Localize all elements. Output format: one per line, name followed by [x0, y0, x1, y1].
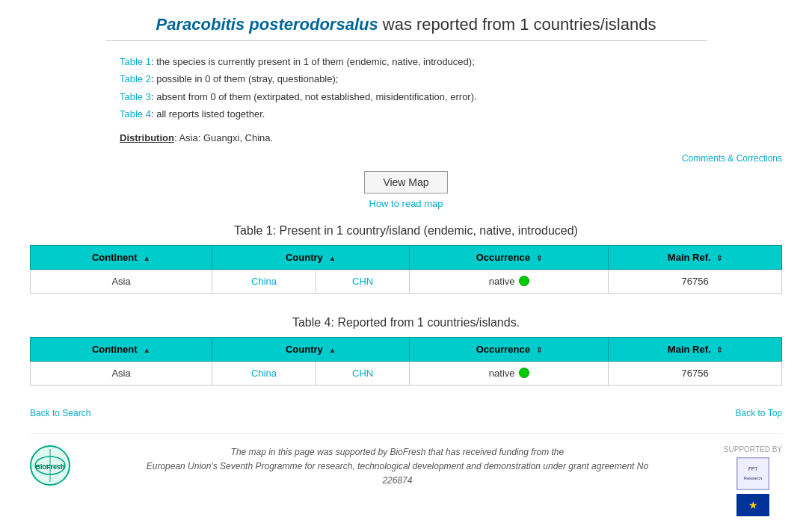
- occurrence-text: native: [489, 276, 515, 287]
- biofresh-text-block: The map in this page was supported by Bi…: [86, 445, 709, 489]
- eu-program-logo: FP7 Research: [736, 457, 769, 490]
- table1-code-link[interactable]: CHN: [352, 276, 373, 287]
- country-label: Country: [286, 252, 323, 263]
- table-link-row-3: Table 3: absent from 0 of them (extirpat…: [120, 88, 782, 105]
- distribution-line: Distribution: Asia: Guangxi, China.: [120, 132, 782, 143]
- table4-country-link[interactable]: China: [251, 368, 277, 379]
- comments-corrections-link[interactable]: Comments & Corrections: [682, 153, 782, 164]
- table4-row-1: Asia China CHN native 76756: [31, 361, 782, 385]
- table3-desc: : absent from 0 of them (extirpated, not…: [151, 91, 477, 102]
- supported-by-label: SUPPORTED BY: [724, 445, 782, 454]
- occurrence-text: native: [489, 368, 515, 379]
- table-links-section: Table 1: the species is currently presen…: [120, 53, 782, 123]
- table-link-row-1: Table 1: the species is currently presen…: [120, 53, 782, 70]
- page-title: Paracobitis posterodorsalus was reported…: [30, 15, 782, 34]
- table1-country-link[interactable]: China: [251, 276, 277, 287]
- map-section: View Map How to read map: [30, 171, 782, 209]
- country-sort[interactable]: ▲: [328, 346, 336, 354]
- table4: Continent ▲ Country ▲ Occurrence ⇕ Main …: [30, 337, 782, 386]
- table1-occurrence-cell: native: [410, 269, 609, 293]
- table4-occurrence-cell: native: [410, 361, 609, 385]
- table4-code-link[interactable]: CHN: [352, 368, 373, 379]
- table4-title: Table 4: Reported from 1 countries/islan…: [30, 316, 782, 329]
- table1-title: Table 1: Present in 1 country/island (en…: [30, 224, 782, 238]
- table1-row-1: Asia China CHN native 76756: [31, 269, 782, 293]
- table4-code-cell: CHN: [316, 361, 409, 385]
- table4-desc: : all reports listed together.: [151, 108, 265, 120]
- table4-col-mainref[interactable]: Main Ref. ⇕: [609, 337, 782, 361]
- table4-mainref-cell: 76756: [609, 361, 782, 385]
- svg-text:BioFresh: BioFresh: [35, 463, 64, 471]
- table4-col-country[interactable]: Country ▲: [212, 337, 410, 361]
- occurrence-sort[interactable]: ⇕: [536, 254, 542, 262]
- footer-links: Back to Search Back to Top: [30, 408, 782, 418]
- table1-col-continent[interactable]: Continent ▲: [31, 245, 212, 269]
- table1-code-cell: CHN: [316, 269, 409, 293]
- table4-col-occurrence[interactable]: Occurrence ⇕: [410, 337, 609, 361]
- continent-label: Continent: [92, 344, 138, 355]
- svg-text:Research: Research: [744, 475, 762, 480]
- table1-col-occurrence[interactable]: Occurrence ⇕: [410, 245, 609, 269]
- mainref-label: Main Ref.: [668, 344, 711, 355]
- eu-logos-section: SUPPORTED BY FP7 Research ★: [724, 445, 782, 516]
- continent-label: Continent: [92, 252, 138, 263]
- back-to-top-link[interactable]: Back to Top: [736, 408, 782, 418]
- title-divider: [105, 40, 707, 41]
- species-name: Paracobitis posterodorsalus: [156, 15, 378, 34]
- table4-country-cell: China: [212, 361, 316, 385]
- how-to-read-map-link[interactable]: How to read map: [30, 198, 782, 209]
- distribution-value: : Asia: Guangxi, China.: [174, 132, 273, 143]
- native-indicator-icon: [519, 276, 529, 286]
- table1-col-mainref[interactable]: Main Ref. ⇕: [609, 245, 782, 269]
- table3-link[interactable]: Table 3: [120, 91, 151, 102]
- country-label: Country: [286, 344, 323, 355]
- table1-desc: : the species is currently present in 1 …: [151, 56, 475, 67]
- table4-link[interactable]: Table 4: [120, 108, 151, 120]
- table1: Continent ▲ Country ▲ Occurrence ⇕ Main …: [30, 245, 782, 294]
- occurrence-label: Occurrence: [476, 252, 530, 263]
- table4-continent-cell: Asia: [31, 361, 212, 385]
- eu-flag: ★: [736, 494, 769, 516]
- svg-text:★: ★: [748, 499, 757, 511]
- continent-sort[interactable]: ▲: [143, 346, 150, 354]
- comments-corrections-section: Comments & Corrections: [30, 152, 782, 164]
- mainref-sort[interactable]: ⇕: [716, 346, 722, 354]
- distribution-label: Distribution: [120, 132, 174, 143]
- table4-header-row: Continent ▲ Country ▲ Occurrence ⇕ Main …: [31, 337, 782, 361]
- svg-rect-5: [737, 458, 769, 489]
- biofresh-section: BioFresh The map in this page was suppor…: [30, 433, 782, 516]
- table-link-row-2: Table 2: possible in 0 of them (stray, q…: [120, 70, 782, 87]
- table1-country-cell: China: [212, 269, 316, 293]
- table1-link[interactable]: Table 1: [120, 56, 151, 67]
- biofresh-text: The map in this page was supported by Bi…: [86, 445, 709, 489]
- biofresh-logo: BioFresh: [30, 445, 71, 486]
- back-to-search-link[interactable]: Back to Search: [30, 408, 90, 418]
- table1-mainref-cell: 76756: [609, 269, 782, 293]
- table1-continent-cell: Asia: [31, 269, 212, 293]
- continent-sort[interactable]: ▲: [143, 254, 150, 262]
- table1-col-country[interactable]: Country ▲: [212, 245, 410, 269]
- title-rest: was reported from 1 countries/islands: [378, 15, 656, 34]
- table2-link[interactable]: Table 2: [120, 73, 151, 84]
- svg-text:FP7: FP7: [748, 466, 758, 471]
- table4-col-continent[interactable]: Continent ▲: [31, 337, 212, 361]
- table2-desc: : possible in 0 of them (stray, question…: [151, 73, 339, 84]
- native-indicator-icon: [519, 368, 529, 378]
- table1-header-row: Continent ▲ Country ▲ Occurrence ⇕ Main …: [31, 245, 782, 269]
- table-link-row-4: Table 4: all reports listed together.: [120, 105, 782, 123]
- country-sort[interactable]: ▲: [328, 254, 336, 262]
- occurrence-sort[interactable]: ⇕: [536, 346, 542, 354]
- mainref-sort[interactable]: ⇕: [716, 254, 722, 262]
- occurrence-label: Occurrence: [476, 344, 530, 355]
- mainref-label: Main Ref.: [668, 252, 711, 263]
- view-map-button[interactable]: View Map: [364, 171, 447, 194]
